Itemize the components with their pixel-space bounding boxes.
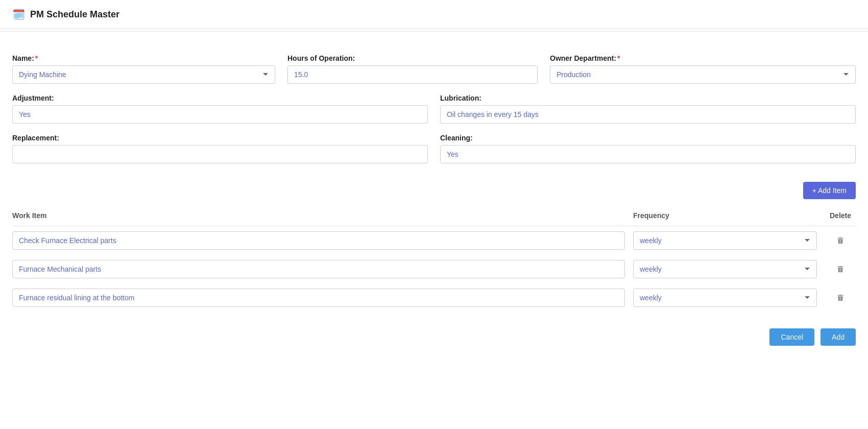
lubrication-label: Lubrication: bbox=[440, 94, 856, 102]
frequency-select-0[interactable]: weeklydailymonthlyyearly bbox=[633, 231, 817, 250]
col-delete: Delete bbox=[825, 211, 856, 220]
table-rows: weeklydailymonthlyyearly weeklydailymont… bbox=[12, 226, 856, 312]
add-item-bar: + Add Item bbox=[0, 182, 868, 207]
work-item-input-0[interactable] bbox=[12, 231, 625, 250]
table-section: Work Item Frequency Delete weeklydailymo… bbox=[0, 207, 868, 312]
table-header: Work Item Frequency Delete bbox=[12, 207, 856, 226]
add-item-button[interactable]: + Add Item bbox=[803, 182, 856, 199]
form-row-2: Adjustment: Lubrication: bbox=[12, 94, 856, 124]
page-title: PM Schedule Master bbox=[30, 9, 119, 20]
table-row: weeklydailymonthlyyearly bbox=[12, 255, 856, 283]
owner-select[interactable]: Production bbox=[550, 65, 856, 84]
hours-group: Hours of Operation: bbox=[287, 54, 538, 84]
owner-group: Owner Department:* Production bbox=[550, 54, 856, 84]
name-label: Name:* bbox=[12, 54, 275, 62]
col-frequency: Frequency bbox=[633, 211, 817, 220]
owner-required-star: * bbox=[617, 54, 620, 62]
footer-actions: Cancel Add bbox=[0, 312, 868, 358]
cleaning-group: Cleaning: bbox=[440, 134, 856, 163]
replacement-input[interactable] bbox=[12, 145, 428, 163]
adjustment-label: Adjustment: bbox=[12, 94, 428, 102]
frequency-select-2[interactable]: weeklydailymonthlyyearly bbox=[633, 289, 817, 307]
name-select[interactable]: Dying Machine bbox=[12, 65, 275, 84]
page-icon: 🗓️ bbox=[12, 8, 25, 20]
name-group: Name:* Dying Machine bbox=[12, 54, 275, 84]
form-row-1: Name:* Dying Machine Hours of Operation:… bbox=[12, 54, 856, 84]
owner-label: Owner Department:* bbox=[550, 54, 856, 62]
cleaning-label: Cleaning: bbox=[440, 134, 856, 142]
delete-icon-2[interactable] bbox=[825, 294, 856, 302]
hours-input[interactable] bbox=[287, 65, 538, 84]
delete-icon-0[interactable] bbox=[825, 236, 856, 245]
delete-icon-1[interactable] bbox=[825, 265, 856, 273]
adjustment-input[interactable] bbox=[12, 105, 428, 124]
work-item-input-2[interactable] bbox=[12, 289, 625, 307]
form-row-3: Replacement: Cleaning: bbox=[12, 134, 856, 163]
table-row: weeklydailymonthlyyearly bbox=[12, 226, 856, 255]
adjustment-group: Adjustment: bbox=[12, 94, 428, 124]
table-row: weeklydailymonthlyyearly bbox=[12, 283, 856, 312]
cancel-button[interactable]: Cancel bbox=[769, 328, 814, 346]
replacement-group: Replacement: bbox=[12, 134, 428, 163]
name-required-star: * bbox=[35, 54, 38, 62]
hours-label: Hours of Operation: bbox=[287, 54, 538, 62]
frequency-select-1[interactable]: weeklydailymonthlyyearly bbox=[633, 260, 817, 278]
lubrication-group: Lubrication: bbox=[440, 94, 856, 124]
header-divider bbox=[0, 31, 868, 32]
lubrication-input[interactable] bbox=[440, 105, 856, 124]
add-button[interactable]: Add bbox=[821, 328, 856, 346]
page-header: 🗓️ PM Schedule Master bbox=[0, 0, 868, 29]
form-container: Name:* Dying Machine Hours of Operation:… bbox=[0, 42, 868, 182]
cleaning-input[interactable] bbox=[440, 145, 856, 163]
work-item-input-1[interactable] bbox=[12, 260, 625, 278]
col-work-item: Work Item bbox=[12, 211, 625, 220]
replacement-label: Replacement: bbox=[12, 134, 428, 142]
